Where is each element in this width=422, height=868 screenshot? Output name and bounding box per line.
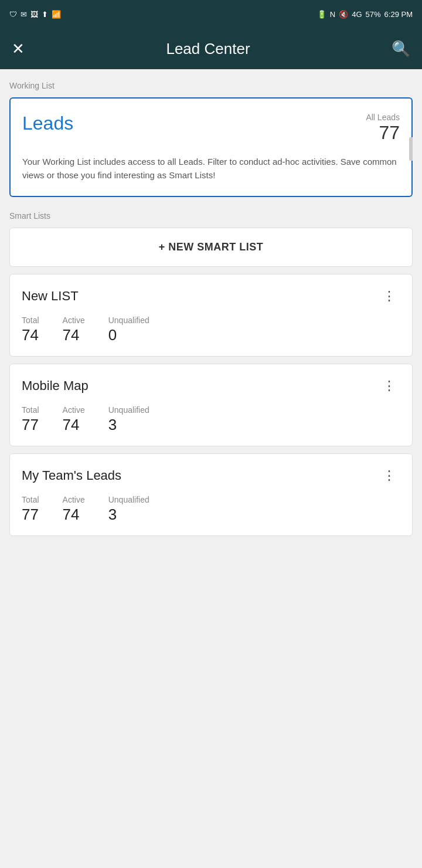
status-left-icons: 🛡 ✉ 🖼 ⬆ 📶 (9, 10, 61, 19)
stat-total-0: Total 74 (22, 316, 39, 344)
smart-list-header-2: My Team's Leads ⋮ (22, 466, 400, 486)
stat-active-value-1: 74 (63, 416, 85, 434)
stat-total-value-2: 77 (22, 506, 39, 524)
status-bar: 🛡 ✉ 🖼 ⬆ 📶 🔋 N 🔇 4G 57% 6:29 PM (0, 0, 422, 28)
working-list-description: Your Working List includes access to all… (22, 155, 400, 182)
image-icon: 🖼 (30, 10, 38, 19)
leads-title: Leads (22, 113, 73, 134)
smart-list-card-0[interactable]: New LIST ⋮ Total 74 Active 74 Unqualifie… (9, 274, 413, 357)
smart-list-stats-0: Total 74 Active 74 Unqualified 0 (22, 316, 400, 344)
wifi-icon: 📶 (52, 10, 61, 19)
smart-list-card-1[interactable]: Mobile Map ⋮ Total 77 Active 74 Unqualif… (9, 364, 413, 446)
stat-unqualified-2: Unqualified 3 (108, 495, 149, 524)
search-button[interactable]: 🔍 (392, 40, 410, 58)
stat-active-label-2: Active (63, 495, 85, 504)
stat-total-label-0: Total (22, 316, 39, 325)
stat-unqualified-value-2: 3 (108, 506, 149, 524)
battery-percent: 57% (366, 10, 381, 19)
smart-list-header-1: Mobile Map ⋮ (22, 376, 400, 396)
more-options-icon-0[interactable]: ⋮ (378, 286, 400, 306)
smart-lists-section: Smart Lists + NEW SMART LIST New LIST ⋮ … (9, 211, 413, 536)
smart-list-card-2[interactable]: My Team's Leads ⋮ Total 77 Active 74 Unq… (9, 453, 413, 536)
stat-total-value-0: 74 (22, 326, 39, 344)
stat-total-1: Total 77 (22, 405, 39, 434)
all-leads-count: 77 (366, 122, 400, 144)
stat-total-2: Total 77 (22, 495, 39, 524)
smart-list-stats-1: Total 77 Active 74 Unqualified 3 (22, 405, 400, 434)
more-options-icon-2[interactable]: ⋮ (378, 466, 400, 486)
mail-icon: ✉ (21, 10, 27, 19)
working-list-top-row: Leads All Leads 77 (22, 113, 400, 144)
stat-unqualified-value-1: 3 (108, 416, 149, 434)
network-icon: N (330, 10, 335, 19)
stat-unqualified-label-2: Unqualified (108, 495, 149, 504)
stat-unqualified-1: Unqualified 3 (108, 405, 149, 434)
shield-icon: 🛡 (9, 10, 17, 19)
card-edge-indicator (409, 137, 413, 161)
stat-active-label-0: Active (63, 316, 85, 325)
stat-unqualified-label-0: Unqualified (108, 316, 149, 325)
stat-active-value-0: 74 (63, 326, 85, 344)
all-leads-section: All Leads 77 (366, 113, 400, 144)
smart-list-header-0: New LIST ⋮ (22, 286, 400, 306)
main-content: Working List Leads All Leads 77 Your Wor… (0, 69, 422, 555)
stat-active-1: Active 74 (63, 405, 85, 434)
stat-total-label-2: Total (22, 495, 39, 504)
time-display: 6:29 PM (384, 10, 413, 19)
stat-total-label-1: Total (22, 405, 39, 415)
stat-active-2: Active 74 (63, 495, 85, 524)
stat-unqualified-value-0: 0 (108, 326, 149, 344)
stat-active-value-2: 74 (63, 506, 85, 524)
stat-active-0: Active 74 (63, 316, 85, 344)
upload-icon: ⬆ (42, 10, 48, 19)
page-title: Lead Center (166, 40, 250, 58)
smart-list-name-0: New LIST (22, 289, 79, 304)
stat-unqualified-label-1: Unqualified (108, 405, 149, 415)
all-leads-label: All Leads (366, 113, 400, 122)
smart-list-name-1: Mobile Map (22, 378, 89, 394)
working-list-section-label: Working List (9, 81, 413, 90)
battery-icon: 🔋 (317, 10, 326, 19)
more-options-icon-1[interactable]: ⋮ (378, 376, 400, 396)
working-list-card[interactable]: Leads All Leads 77 Your Working List inc… (9, 97, 413, 197)
status-right-info: 🔋 N 🔇 4G 57% 6:29 PM (317, 10, 413, 19)
smart-lists-section-label: Smart Lists (9, 211, 413, 221)
close-button[interactable]: ✕ (12, 40, 25, 58)
new-smart-list-button[interactable]: + NEW SMART LIST (9, 228, 413, 267)
smart-list-name-2: My Team's Leads (22, 468, 121, 483)
smart-list-stats-2: Total 77 Active 74 Unqualified 3 (22, 495, 400, 524)
signal-icon: 4G (352, 10, 362, 19)
stat-total-value-1: 77 (22, 416, 39, 434)
stat-unqualified-0: Unqualified 0 (108, 316, 149, 344)
app-header: ✕ Lead Center 🔍 (0, 28, 422, 69)
mute-icon: 🔇 (339, 10, 348, 19)
stat-active-label-1: Active (63, 405, 85, 415)
